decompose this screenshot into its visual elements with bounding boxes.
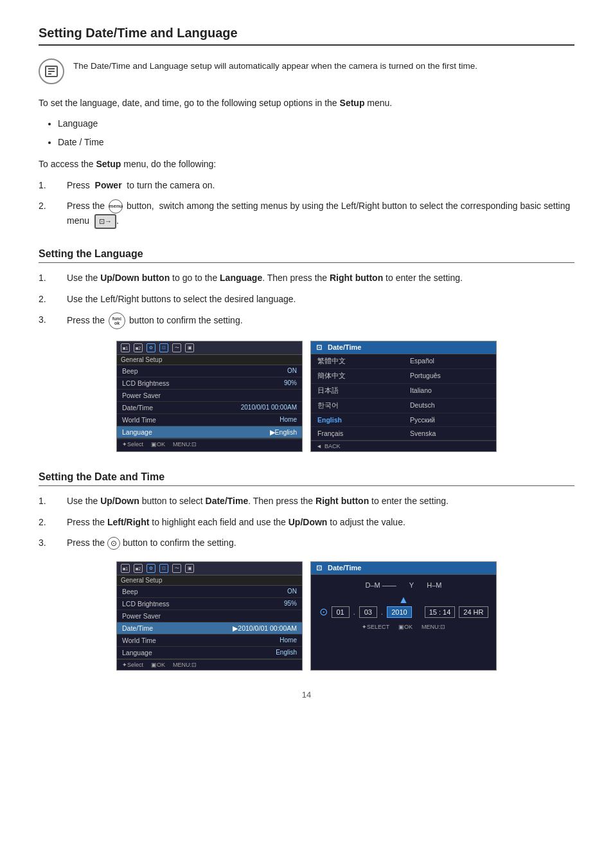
- header-icon-setup-right: ⊡: [316, 343, 322, 351]
- list-item-datetime: Date / Time: [58, 135, 574, 149]
- lang-cell-trad-chinese: 繁體中文: [311, 354, 404, 369]
- dt-step-1: 1. Use the Up/Down button to select Date…: [39, 494, 574, 508]
- screen-row-worldtime: World Time Home: [117, 414, 302, 426]
- dt-row-val-lcd: 95%: [284, 600, 297, 608]
- header-icon-wave: 〜: [172, 343, 181, 352]
- intro-paragraph: To set the language, date, and time, go …: [39, 96, 574, 110]
- dt-footer-select: ✦SELECT: [362, 624, 389, 630]
- lang-cell-swedish: Svenska: [404, 427, 496, 440]
- dt-screen-row-lcd: LCD Brightness 95%: [117, 598, 302, 610]
- row-val-language: ▶English: [270, 428, 297, 436]
- dt-right-header-icon: ⊡: [316, 564, 322, 572]
- row-label-power: Power Saver: [122, 392, 161, 399]
- datetime-screens: ◙1 ◙2 ✿ ⊡ 〜 ▣ General Setup Beep ON LCD …: [39, 561, 574, 671]
- screen-general-setup-dt: ◙1 ◙2 ✿ ⊡ 〜 ▣ General Setup Beep ON LCD …: [116, 561, 303, 671]
- footer-menu: MENU:⊡: [173, 441, 197, 448]
- dt-step-content-3: Press the ⊙ button to confirm the settin…: [67, 536, 574, 550]
- dt-row-val-datetime: ▶2010/0/01 00:00AM: [233, 624, 297, 632]
- note-box: The Date/Time and Language setup will au…: [39, 57, 574, 84]
- lang-cell-portuguese: Português: [404, 369, 496, 384]
- lang-cell-german: Deutsch: [404, 399, 496, 413]
- dt-row-label-power: Power Saver: [122, 612, 161, 620]
- lang-cell-russian: Русский: [404, 413, 496, 427]
- dt-screen-row-beep: Beep ON: [117, 586, 302, 598]
- dt-step-num-1: 1.: [39, 494, 57, 508]
- screen-datetime-setting: ⊡ Date/Time D–M —— Y H–M ▲ ⊙ 01 . 03 . 2…: [310, 561, 497, 671]
- screen-header-lang: ◙1 ◙2 ✿ ⊡ 〜 ▣: [117, 341, 302, 355]
- note-text: The Date/Time and Language setup will au…: [73, 57, 477, 73]
- page-title: Setting Date/Time and Language: [39, 26, 574, 46]
- screen-footer-lang: ✦Select ▣OK MENU:⊡: [117, 439, 302, 449]
- footer-select: ✦Select: [122, 441, 143, 448]
- dt-label-y: Y: [405, 581, 414, 589]
- row-val-datetime: 2010/0/01 00:00AM: [241, 404, 297, 411]
- lang-cell-english: English: [311, 413, 404, 427]
- datetime-section: Setting the Date and Time 1. Use the Up/…: [39, 471, 574, 671]
- language-screens: ◙1 ◙2 ✿ ⊡ 〜 ▣ General Setup Beep ON LCD …: [39, 341, 574, 452]
- screen-language-select: ⊡ Date/Time 繁體中文 Español 簡体中文 Português …: [310, 341, 497, 452]
- func-ok-icon-small: ⊙: [107, 537, 120, 550]
- lang-step-content-1: Use the Up/Down button to go to the Lang…: [67, 271, 574, 285]
- dt-step-3: 3. Press the ⊙ button to confirm the set…: [39, 536, 574, 550]
- dt-footer-select: ✦Select: [122, 662, 143, 668]
- row-label-datetime: Date/Time: [122, 404, 153, 411]
- dt-step-num-3: 3.: [39, 536, 57, 550]
- dt-row-label-beep: Beep: [122, 588, 138, 595]
- lang-screen-footer: ◄ BACK: [311, 440, 496, 451]
- lang-cell-italian: Italiano: [404, 384, 496, 399]
- dt-row-val-worldtime: Home: [280, 637, 297, 644]
- lang-step-1: 1. Use the Up/Down button to go to the L…: [39, 271, 574, 285]
- step-num-1: 1.: [39, 178, 57, 192]
- dt-header-icon-setup: ✿: [147, 564, 155, 573]
- row-label-language: Language: [122, 428, 152, 436]
- screen-general-setup-lang: ◙1 ◙2 ✿ ⊡ 〜 ▣ General Setup Beep ON LCD …: [116, 341, 303, 452]
- lang-step-content-3: Press the funcok button to confirm the s…: [67, 312, 574, 329]
- step-content-2: Press the menu button, switch among the …: [67, 199, 574, 229]
- lang-step-num-2: 2.: [39, 292, 57, 306]
- lang-step-num-3: 3.: [39, 312, 57, 329]
- screen-row-beep: Beep ON: [117, 365, 302, 377]
- footer-ok: ▣OK: [151, 441, 165, 448]
- screen-row-lcd: LCD Brightness 90%: [117, 377, 302, 390]
- dt-field-year: 2010: [387, 606, 411, 618]
- dt-screen-row-datetime: Date/Time ▶2010/0/01 00:00AM: [117, 622, 302, 635]
- language-grid: 繁體中文 Español 簡体中文 Português 日本語 Italiano…: [311, 354, 496, 440]
- lang-step-content-2: Use the Left/Right buttons to select the…: [67, 292, 574, 306]
- lang-cell-japanese: 日本語: [311, 384, 404, 399]
- dt-screen-row-language: Language English: [117, 647, 302, 659]
- header-icon-2: ◙2: [134, 343, 143, 352]
- lang-step-2: 2. Use the Left/Right buttons to select …: [39, 292, 574, 306]
- header-icon-menu: ⊡: [159, 343, 168, 352]
- func-ok-icon: funcok: [109, 312, 125, 329]
- dt-fields-row: ⊙ 01 . 03 . 2010 15 : 14 24 HR: [317, 606, 490, 618]
- row-val-lcd: 90%: [284, 379, 297, 387]
- lang-cell-french: Français: [311, 427, 404, 440]
- dt-step-2: 2. Press the Left/Right to highlight eac…: [39, 515, 574, 529]
- setup-step-1: 1. Press Power to turn the camera on.: [39, 178, 574, 192]
- lang-screen-header: ⊡ Date/Time: [311, 341, 496, 354]
- header-icon-1: ◙1: [121, 343, 130, 352]
- screen-row-language: Language ▶English: [117, 426, 302, 439]
- dt-header-icon-menu: ⊡: [159, 564, 168, 573]
- dt-field-month: 03: [359, 606, 377, 618]
- lang-cell-korean: 한국어: [311, 399, 404, 413]
- dt-footer-menu: MENU:⊡: [173, 662, 197, 668]
- datetime-section-title: Setting the Date and Time: [39, 471, 574, 486]
- dt-row-val-language: English: [276, 649, 297, 656]
- dt-field-day: 01: [332, 606, 350, 618]
- access-paragraph: To access the Setup menu, do the followi…: [39, 157, 574, 171]
- dt-screen-subtitle: General Setup: [117, 575, 302, 586]
- dt-footer-menu: MENU:⊡: [422, 624, 445, 630]
- dt-sep-2: .: [381, 608, 383, 617]
- lang-step-num-1: 1.: [39, 271, 57, 285]
- language-section-title: Setting the Language: [39, 248, 574, 263]
- dt-step-num-2: 2.: [39, 515, 57, 529]
- screen-subtitle-lang: General Setup: [117, 355, 302, 365]
- dt-right-header: ⊡ Date/Time: [311, 562, 496, 575]
- language-steps: 1. Use the Up/Down button to go to the L…: [39, 271, 574, 329]
- intro-section: To set the language, date, and time, go …: [39, 96, 574, 229]
- row-val-worldtime: Home: [280, 416, 297, 424]
- datetime-steps: 1. Use the Up/Down button to select Date…: [39, 494, 574, 550]
- back-label: BACK: [324, 443, 341, 449]
- back-arrow-icon: ◄: [316, 443, 322, 449]
